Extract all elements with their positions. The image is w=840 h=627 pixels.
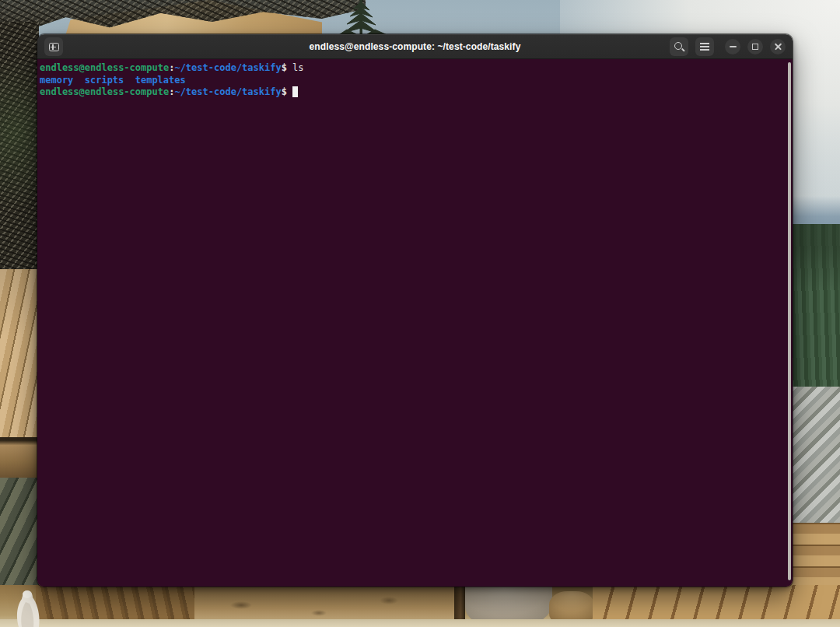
new-tab-icon (49, 43, 59, 51)
wallpaper-rocky-slope (790, 387, 840, 527)
close-icon (774, 43, 782, 51)
wallpaper-branches-left (0, 22, 39, 269)
wallpaper-pine-tree (336, 0, 390, 36)
terminal-screen[interactable]: endless@endless-compute:~/test-code/task… (37, 59, 793, 587)
terminal-window: endless@endless-compute: ~/test-code/tas… (37, 34, 793, 587)
command-text: ls (292, 62, 303, 73)
terminal-line-active-prompt: endless@endless-compute:~/test-code/task… (40, 86, 785, 99)
wallpaper-crates-right (790, 523, 840, 590)
prompt-path: ~/test-code/taskify (174, 62, 281, 73)
new-tab-button[interactable] (44, 37, 63, 56)
prompt-symbol: $ (282, 62, 287, 73)
maximize-icon (752, 44, 758, 50)
window-title: endless@endless-compute: ~/test-code/tas… (310, 41, 521, 52)
menu-button[interactable] (695, 37, 714, 56)
search-icon (674, 41, 684, 52)
wallpaper-gravel (0, 619, 840, 627)
terminal-line-ls-output: memoryscriptstemplates (40, 75, 785, 87)
search-button[interactable] (670, 37, 688, 56)
wallpaper-crates-bottom (593, 585, 840, 622)
prompt-symbol: $ (282, 86, 287, 97)
wallpaper-shingle-fan (0, 269, 39, 437)
directory-name: scripts (85, 75, 124, 86)
text-cursor (292, 86, 298, 97)
prompt-user-host: endless@endless-compute (40, 62, 169, 73)
wallpaper-forest (790, 224, 840, 391)
terminal-scrollbar[interactable] (788, 62, 791, 580)
desktop-wallpaper: endless@endless-compute: ~/test-code/tas… (0, 0, 840, 627)
prompt-path: ~/test-code/taskify (174, 86, 281, 97)
wallpaper-white-bird (2, 585, 56, 627)
directory-name: memory (40, 75, 73, 86)
maximize-button[interactable] (747, 39, 763, 54)
prompt-user-host: endless@endless-compute (40, 86, 169, 97)
terminal-line-prompt-ls: endless@endless-compute:~/test-code/task… (40, 62, 785, 75)
directory-name: templates (135, 75, 186, 86)
wallpaper-wood-beam (0, 437, 39, 478)
titlebar-controls (670, 34, 786, 59)
hamburger-menu-icon (700, 43, 709, 51)
wallpaper-planks-bottom (36, 585, 215, 621)
minimize-icon (730, 46, 737, 47)
wallpaper-dark-shingles (0, 478, 39, 587)
window-titlebar[interactable]: endless@endless-compute: ~/test-code/tas… (37, 34, 793, 59)
close-button[interactable] (770, 39, 786, 54)
minimize-button[interactable] (725, 39, 740, 54)
